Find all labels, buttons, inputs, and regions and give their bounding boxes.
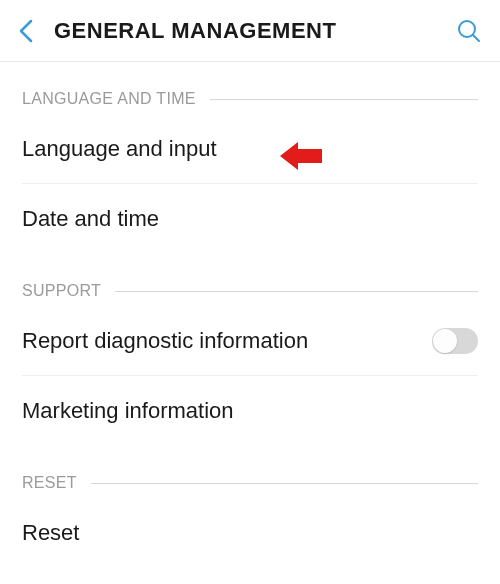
section-language-time: LANGUAGE AND TIME Language and input Dat…: [0, 62, 500, 254]
section-label: SUPPORT: [22, 282, 101, 300]
svg-line-1: [473, 35, 479, 41]
item-label: Language and input: [22, 136, 478, 162]
section-reset: RESET Reset: [0, 446, 500, 568]
section-header-language-time: LANGUAGE AND TIME: [22, 62, 478, 114]
section-header-support: SUPPORT: [22, 254, 478, 306]
item-reset[interactable]: Reset: [22, 498, 478, 568]
search-icon[interactable]: [456, 18, 482, 44]
toggle-diagnostic[interactable]: [432, 328, 478, 354]
item-marketing-information[interactable]: Marketing information: [22, 376, 478, 446]
item-report-diagnostic[interactable]: Report diagnostic information: [22, 306, 478, 376]
item-language-and-input[interactable]: Language and input: [22, 114, 478, 184]
section-label: RESET: [22, 474, 77, 492]
section-divider: [210, 99, 478, 100]
item-label: Report diagnostic information: [22, 328, 432, 354]
toggle-knob: [433, 329, 457, 353]
back-icon[interactable]: [18, 18, 34, 44]
page-title: GENERAL MANAGEMENT: [54, 18, 456, 44]
section-divider: [91, 483, 478, 484]
item-label: Reset: [22, 520, 478, 546]
section-label: LANGUAGE AND TIME: [22, 90, 196, 108]
item-date-and-time[interactable]: Date and time: [22, 184, 478, 254]
item-label: Date and time: [22, 206, 478, 232]
item-label: Marketing information: [22, 398, 478, 424]
header: GENERAL MANAGEMENT: [0, 0, 500, 62]
section-divider: [115, 291, 478, 292]
section-support: SUPPORT Report diagnostic information Ma…: [0, 254, 500, 446]
section-header-reset: RESET: [22, 446, 478, 498]
